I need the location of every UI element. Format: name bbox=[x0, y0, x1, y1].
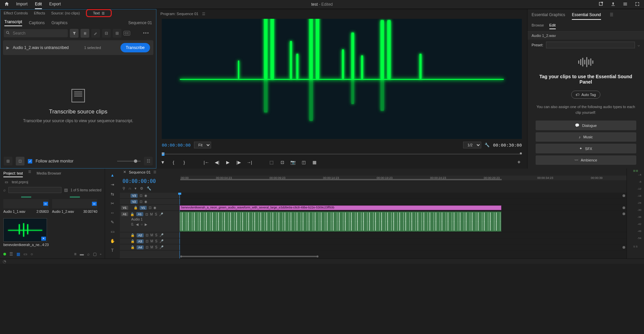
sequence-tab[interactable]: Sequence 01 bbox=[129, 170, 151, 174]
wrench-icon[interactable]: 🔧 bbox=[147, 186, 151, 191]
subtab-captions[interactable]: Captions bbox=[29, 20, 45, 25]
fullscreen-icon[interactable] bbox=[635, 1, 640, 8]
razor-tool[interactable]: ✂ bbox=[109, 200, 116, 207]
panel-menu-icon[interactable]: ☰ bbox=[153, 170, 156, 174]
pen-tool[interactable]: ✎ bbox=[109, 219, 116, 226]
pause-icon[interactable] bbox=[81, 29, 89, 38]
program-viewport[interactable] bbox=[162, 19, 522, 139]
timeline-tracks[interactable]: benevolentkeerah_a_neon_green_audio_wave… bbox=[180, 193, 627, 258]
new-item-icon[interactable]: ▫ bbox=[100, 252, 101, 256]
bin-item[interactable]: H Audio 1_2.wav30:00740 bbox=[52, 196, 97, 215]
mark-out-icon[interactable]: } bbox=[181, 160, 187, 165]
settings-icon[interactable]: ⚙ bbox=[140, 186, 143, 191]
type-ambience[interactable]: 〰Ambience bbox=[536, 155, 636, 165]
quick-export-icon[interactable] bbox=[598, 1, 604, 8]
share-icon[interactable] bbox=[610, 1, 616, 8]
bin-item-selected[interactable]: ▸ benevolentkeerah_a_ne...4:23 bbox=[3, 218, 47, 248]
follow-monitor-checkbox[interactable]: ✓ bbox=[28, 159, 32, 163]
list-view-icon[interactable]: ☰ bbox=[9, 252, 13, 256]
step-forward-icon[interactable]: |▶ bbox=[236, 160, 242, 165]
sort-icon[interactable]: ≡ bbox=[74, 252, 77, 256]
linked-selection-icon[interactable]: ∩ bbox=[129, 186, 131, 191]
panel-menu-icon[interactable]: ☰ bbox=[28, 170, 31, 177]
step-back-icon[interactable]: ◀| bbox=[214, 160, 220, 165]
track-a4[interactable]: 🔒A4⊡MS🎤 bbox=[120, 244, 180, 250]
zoom-handle-right[interactable] bbox=[316, 255, 318, 257]
close-icon[interactable]: ✕ bbox=[123, 170, 126, 174]
rectangle-tool[interactable]: ▭ bbox=[109, 228, 116, 235]
edit-icon[interactable] bbox=[91, 29, 100, 38]
tab-essential-graphics[interactable]: Essential Graphics bbox=[532, 12, 565, 20]
play-icon[interactable]: ▶ bbox=[225, 160, 231, 165]
zoom-slider[interactable] bbox=[117, 161, 141, 161]
freeform-view-icon[interactable]: ▭ bbox=[23, 252, 27, 256]
chevron-right-icon[interactable]: ▶ bbox=[6, 45, 9, 50]
workspace-menu-icon[interactable] bbox=[623, 1, 628, 8]
chevron-down-icon[interactable]: ⌵ bbox=[638, 43, 640, 47]
more-options-icon[interactable]: ••• bbox=[143, 31, 153, 36]
ripple-edit-tool[interactable]: ⇆ bbox=[109, 191, 116, 197]
add-marker-icon[interactable]: ▼ bbox=[160, 160, 166, 165]
track-a2[interactable]: 🔒A2⊡MS🎤 bbox=[120, 232, 180, 238]
panel-menu-icon[interactable]: ☰ bbox=[202, 12, 205, 16]
track-select-tool[interactable]: ⇥ bbox=[109, 181, 116, 188]
track-v1[interactable]: V1🔒V1⊡◉ bbox=[120, 205, 180, 211]
search-input[interactable] bbox=[10, 29, 66, 37]
video-clip[interactable]: benevolentkeerah_a_neon_green_audio_wave… bbox=[180, 205, 501, 210]
new-bin-icon[interactable]: ▢ bbox=[93, 252, 97, 256]
transcribe-button[interactable]: Transcribe bbox=[120, 43, 150, 52]
hand-tool[interactable]: ✋ bbox=[109, 238, 116, 244]
type-dialogue[interactable]: 💬Dialogue bbox=[536, 121, 636, 130]
type-music[interactable]: ♪Music bbox=[536, 132, 636, 142]
mark-in-icon[interactable]: { bbox=[170, 160, 177, 165]
go-to-out-icon[interactable]: →| bbox=[246, 160, 252, 165]
timecode-current[interactable]: 00:00:00:00 bbox=[162, 143, 191, 148]
tab-essential-sound[interactable]: Essential Sound bbox=[572, 12, 601, 20]
home-icon[interactable] bbox=[4, 1, 9, 8]
tab-export[interactable]: Export bbox=[49, 0, 61, 9]
filter-icon[interactable]: ▤ bbox=[64, 188, 68, 192]
wrench-icon[interactable]: 🔧 bbox=[485, 143, 490, 147]
export-frame-icon[interactable]: 📷 bbox=[290, 160, 296, 165]
auto-tag-button[interactable]: 🏷Auto Tag bbox=[571, 91, 600, 99]
track-a1[interactable]: A1🔒A1⊡MS🎤 Audio 1 0.◀○▶ bbox=[120, 211, 180, 232]
selection-tool[interactable]: ▲ bbox=[109, 172, 116, 179]
safe-margins-icon[interactable]: ▦ bbox=[311, 160, 317, 165]
resolution-dropdown[interactable]: 1/2 bbox=[463, 142, 481, 148]
split-icon[interactable]: ⊟ bbox=[102, 29, 111, 38]
compare-icon[interactable]: ◫ bbox=[301, 160, 307, 165]
bin-item[interactable]: H Audio 1_1.wav2:05803 bbox=[3, 196, 49, 215]
merge-icon[interactable]: ⊞ bbox=[113, 29, 121, 38]
linked-icon[interactable]: ⊡ bbox=[16, 157, 24, 165]
subtab-transcript[interactable]: Transcript bbox=[4, 19, 22, 26]
automate-icon[interactable]: ▬ bbox=[80, 252, 84, 256]
settings-icon[interactable]: ☷ bbox=[144, 157, 153, 165]
panel-menu-icon[interactable]: ☰ bbox=[610, 12, 613, 20]
tab-import[interactable]: Import bbox=[16, 0, 28, 9]
subtab-browse[interactable]: Browse bbox=[532, 22, 544, 29]
project-search[interactable] bbox=[8, 187, 61, 193]
preset-dropdown[interactable] bbox=[546, 42, 635, 48]
fit-dropdown[interactable]: Fit bbox=[194, 142, 211, 148]
snap-icon[interactable]: ⚲ bbox=[122, 186, 125, 191]
tab-source[interactable]: Source: (no clips) bbox=[51, 11, 80, 15]
scrubber[interactable] bbox=[162, 151, 522, 156]
subtab-graphics[interactable]: Graphics bbox=[51, 20, 67, 25]
subtab-edit[interactable]: Edit bbox=[549, 22, 556, 29]
zoom-slider-thumb[interactable]: ○ bbox=[31, 252, 33, 256]
track-v3[interactable]: V3⊡◉ bbox=[120, 193, 180, 199]
filter-icon[interactable] bbox=[70, 29, 79, 38]
slip-tool[interactable]: ↔ bbox=[109, 209, 116, 216]
type-tool[interactable]: T bbox=[109, 247, 116, 254]
tab-edit[interactable]: Edit bbox=[35, 0, 42, 9]
button-editor-icon[interactable]: + bbox=[517, 159, 521, 165]
zoom-bar[interactable] bbox=[182, 256, 316, 257]
timeline-timecode[interactable]: 00:00:00:00 bbox=[122, 177, 178, 186]
tab-effects[interactable]: Effects bbox=[34, 11, 45, 15]
icon-view-icon[interactable]: ▦ bbox=[16, 252, 20, 256]
track-a3[interactable]: 🔒A3⊡MS🎤 bbox=[120, 238, 180, 244]
panel-menu-icon[interactable]: ☰ bbox=[102, 11, 105, 15]
type-sfx[interactable]: ✦SFX bbox=[536, 144, 636, 153]
cc-icon[interactable]: CC bbox=[123, 31, 130, 36]
tab-text[interactable]: Text☰ bbox=[86, 9, 112, 17]
